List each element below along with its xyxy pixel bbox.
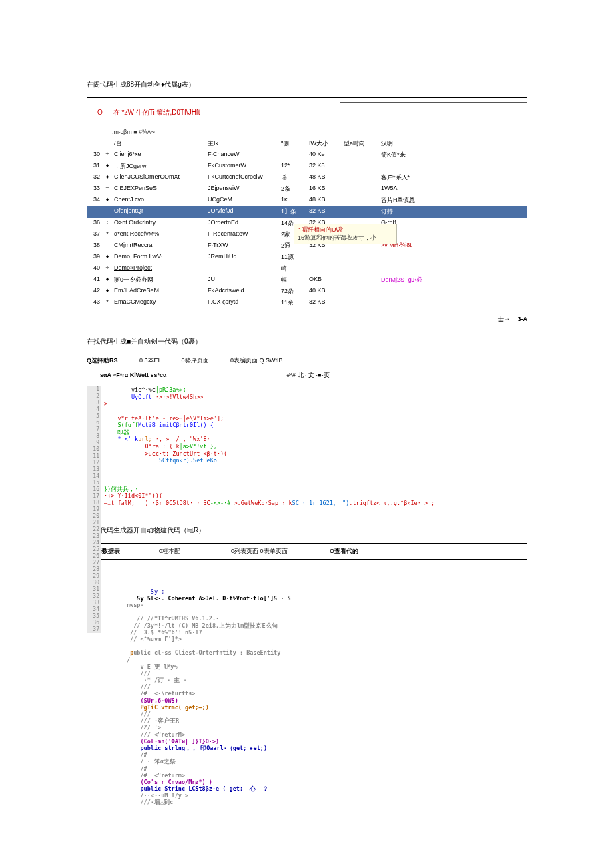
table-row[interactable]: 33÷ClEJEXPenSeSJEjpenseiW2条16 KB1W5Λ: [87, 183, 527, 195]
code-block-1: 1234567891011121314151617181920212223242…: [87, 386, 527, 512]
th-type: 主Ik: [206, 138, 279, 149]
th-desc: 汉明: [379, 138, 527, 149]
section-3: 在遣代码生成器开自动物建代码（电R） 0选择数据表 0枉本配 0列表页面 0表单…: [87, 526, 527, 806]
section2-opts: Q选择助RS 0 3本EI 0骆序页面 0表编页面 Q SWfIB: [87, 354, 527, 367]
section-2: 在找代码生成■并自动创一代码（0裹） Q选择助RS 0 3本EI 0骆序页面 0…: [87, 337, 527, 512]
table-row[interactable]: 43*EmaCCMegcxyF.CX·ςorytd11余32 KB: [87, 297, 527, 308]
section1-subtitle: O在 *zW 牛的Ti 策结,D0Tf\JHft: [87, 105, 527, 120]
section3-opts: 0选择数据表 0枉本配 0列表页面 0表单页面 O查看代的: [87, 545, 527, 558]
section-1: 在阁弋码生成88开自动创♦代属g表） O在 *zW 牛的Ti 策结,D0Tf\J…: [87, 80, 527, 324]
section1-meta: :m·cβm ■ #¾Λ~: [87, 126, 527, 138]
th-c3: "侧: [279, 138, 307, 149]
section3-title: 在遣代码生成器开自动物建代码（电R）: [87, 526, 527, 535]
th-time: 型a时向: [342, 138, 379, 149]
table-row[interactable]: 32♦CllenJCUSlOmerCOmXtF»CurtccnefCcroclW…: [87, 172, 527, 183]
table-row[interactable]: 39♦Demo, Form LwV·JRemHiUd11源: [87, 252, 527, 263]
section1-footer: 士→｜ 3-A: [87, 315, 527, 324]
table-row[interactable]: OfenjontQrJOrvfefJd1】条32 KB订持: [87, 206, 527, 218]
table-row[interactable]: 40÷Demo»Project崎: [87, 263, 527, 274]
table-row[interactable]: 41♦丽0一夕必办网JU幅OKBDerMj2S│gJ‹必: [87, 274, 527, 286]
section2-caption: sαA ≈F*rα KlWett ss*cα#*# 北 · 文 ·■-页: [87, 367, 527, 384]
table-row[interactable]: 34♦ChentJ cvoUCgCeM1κ48 KB容片H单慎总: [87, 195, 527, 206]
tooltip: '' 喟纤相向的U\常 16游算和他的苦谓衣攻寸，小: [294, 224, 397, 244]
section2-title: 在找代码生成■并自动创一代码（0裹）: [87, 337, 527, 346]
table-row[interactable]: 42♦EmJLAdCreSeMF»Adcrtsweld72条40 KB: [87, 286, 527, 297]
th-size: IW大小: [307, 138, 342, 149]
code-block-2: Sy—; 5y 5l<·. Coherent Λ>Jel. D·t%Vnαt·t…: [87, 588, 527, 806]
table-row[interactable]: 30+Clienj6*xeF·ChanceW40 Ke箭K值*来: [87, 149, 527, 161]
table-row[interactable]: 31♦，所JCgerwF»CustomerW12*32 K8: [87, 161, 527, 172]
th-name: /台: [112, 138, 206, 149]
section1-title: 在阁弋码生成88开自动创♦代属g表）: [87, 80, 527, 89]
